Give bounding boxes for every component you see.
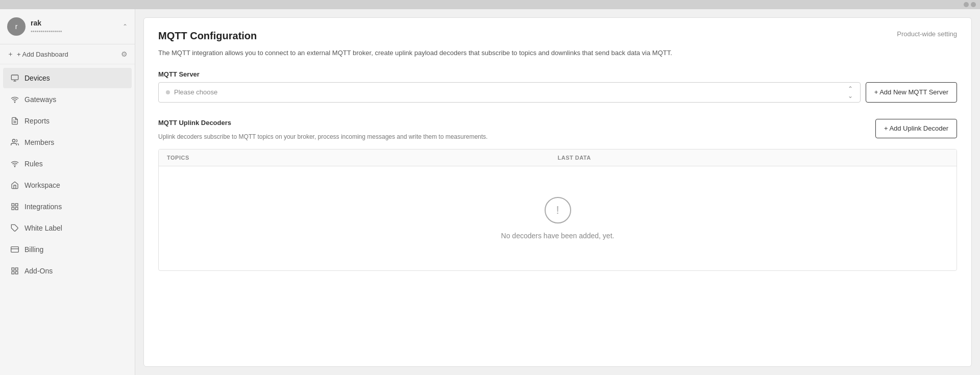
sidebar-item-gateways[interactable]: Gateways [3,89,132,110]
workspace-icon [10,181,19,190]
sidebar-item-workspace-label: Workspace [24,181,60,189]
sidebar-item-reports-label: Reports [24,117,50,125]
add-dashboard-label: + Add Dashboard [17,51,68,58]
svg-point-6 [12,139,15,142]
sidebar-item-gateways-label: Gateways [24,95,56,104]
sidebar: r rak •••••••••••••••• ⌃ ＋ + Add Dashboa… [0,9,135,375]
gateways-icon [10,95,19,104]
svg-rect-13 [11,247,19,253]
table-header: TOPICS LAST DATA [159,149,957,166]
uplink-decoders-title: MQTT Uplink Decoders [158,119,487,127]
sidebar-item-devices-label: Devices [24,74,50,82]
last-data-col-header: LAST DATA [558,155,949,161]
user-section[interactable]: r rak •••••••••••••••• ⌃ [0,9,135,44]
add-decoder-button[interactable]: + Add Uplink Decoder [875,119,957,138]
sidebar-item-billing-label: Billing [24,245,43,254]
app-container: r rak •••••••••••••••• ⌃ ＋ + Add Dashboa… [0,9,980,375]
reports-icon [10,116,19,126]
section-header: MQTT Uplink Decoders Uplink decoders sub… [158,119,957,141]
plus-icon: ＋ [7,49,14,59]
svg-point-7 [14,166,15,167]
sidebar-item-rules-label: Rules [24,160,43,168]
sidebar-item-white-label-label: White Label [24,224,62,232]
sidebar-item-white-label[interactable]: White Label [3,218,132,238]
sidebar-item-add-ons[interactable]: Add-Ons [3,261,132,281]
card-inner: MQTT Configuration Product-wide setting … [144,18,971,366]
server-row: Please choose ⌃⌄ + Add New MQTT Server [158,82,957,103]
rules-icon [10,159,19,168]
mqtt-server-select[interactable]: Please choose ⌃⌄ [158,82,861,103]
page-header: MQTT Configuration Product-wide setting [158,30,957,42]
svg-rect-17 [15,271,18,274]
gear-icon[interactable]: ⚙ [121,50,128,58]
svg-rect-16 [15,268,18,270]
user-chevron-icon: ⌃ [122,23,128,30]
sidebar-item-add-ons-label: Add-Ons [24,267,53,275]
product-wide-label: Product-wide setting [897,30,957,38]
billing-icon [10,245,19,254]
description-text: The MQTT integration allows you to conne… [158,48,957,58]
avatar: r [7,17,26,36]
sidebar-item-reports[interactable]: Reports [3,111,132,131]
add-dashboard-row: ＋ + Add Dashboard ⚙ [0,44,135,64]
page-title: MQTT Configuration [158,30,257,42]
nav-items: Devices Gateways Reports [0,64,135,285]
sidebar-item-members[interactable]: Members [3,132,132,153]
minimize-btn[interactable] [964,2,969,7]
section-title-block: MQTT Uplink Decoders Uplink decoders sub… [158,119,487,141]
members-icon [10,138,19,147]
uplink-decoders-section: MQTT Uplink Decoders Uplink decoders sub… [158,119,957,271]
sidebar-item-integrations-label: Integrations [24,203,62,211]
select-left: Please choose [166,88,217,96]
sidebar-item-integrations[interactable]: Integrations [3,196,132,217]
decoders-table: TOPICS LAST DATA ! No decoders have been… [158,149,957,271]
user-info: rak •••••••••••••••• [31,19,117,34]
svg-rect-11 [12,207,14,210]
svg-rect-8 [12,204,14,206]
content-card: MQTT Configuration Product-wide setting … [143,17,972,367]
sidebar-item-billing[interactable]: Billing [3,239,132,260]
add-ons-icon [10,266,19,276]
sidebar-item-members-label: Members [24,138,54,146]
integrations-icon [10,202,19,211]
mqtt-server-label: MQTT Server [158,70,957,78]
svg-rect-18 [12,271,14,274]
maximize-btn[interactable] [971,2,976,7]
select-placeholder: Please choose [174,88,217,96]
sidebar-item-devices[interactable]: Devices [3,68,132,88]
empty-message: No decoders have been added, yet. [501,232,615,240]
main-content: MQTT Configuration Product-wide setting … [135,9,980,375]
svg-point-3 [14,102,15,103]
sidebar-item-rules[interactable]: Rules [3,154,132,174]
uplink-decoders-subtitle: Uplink decoders subscribe to MQTT topics… [158,133,487,141]
svg-rect-9 [15,204,18,206]
chevron-up-down-icon: ⌃⌄ [848,85,853,99]
user-name: rak [31,19,117,27]
devices-icon [10,73,19,83]
add-dashboard-button[interactable]: ＋ + Add Dashboard [7,49,68,59]
sidebar-item-workspace[interactable]: Workspace [3,175,132,195]
add-server-button[interactable]: + Add New MQTT Server [866,82,957,103]
mqtt-server-section: MQTT Server Please choose ⌃⌄ + Add New M… [158,70,957,103]
empty-icon: ! [545,197,571,223]
user-email: •••••••••••••••• [31,28,117,34]
svg-rect-0 [11,75,18,80]
white-label-icon [10,223,19,233]
svg-rect-15 [12,268,14,270]
topics-col-header: TOPICS [167,155,558,161]
svg-rect-10 [15,207,18,210]
top-bar [0,0,980,9]
empty-state: ! No decoders have been added, yet. [159,166,957,270]
status-dot [166,90,170,94]
